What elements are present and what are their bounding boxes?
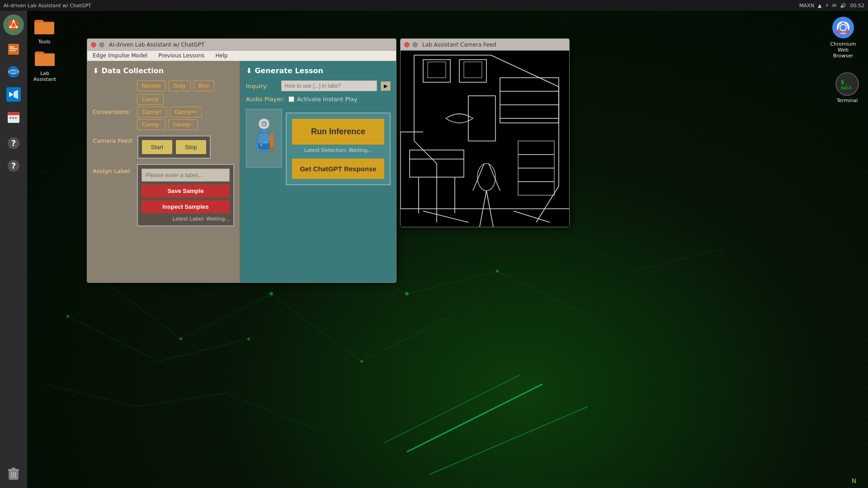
label-input-field[interactable] [142, 169, 230, 182]
camera-feed-svg [401, 51, 569, 227]
menu-help[interactable]: Help [213, 52, 229, 60]
terminal-label: Terminal [837, 98, 858, 103]
label-section-box: Save Sample Inspect Samples Latest Label… [137, 164, 234, 226]
svg-text:bash: bash [841, 85, 852, 90]
taskbar-right-icons: MAXN ▲ ⚡ ✉ 🔊 00:52 [799, 3, 864, 9]
svg-rect-50 [12, 117, 14, 119]
btn-canny[interactable]: Canny [137, 94, 164, 105]
svg-text:_: _ [845, 79, 849, 85]
camera-feed-display [401, 51, 569, 227]
wifi-icon: ▲ [818, 3, 821, 9]
svg-line-7 [407, 271, 497, 294]
sidebar-item-files[interactable] [3, 39, 24, 60]
svg-text:⚙: ⚙ [262, 122, 266, 127]
btn-canny-minus[interactable]: Canny- [137, 119, 165, 130]
camera-minimize-btn[interactable] [412, 42, 418, 47]
btn-normal[interactable]: Normal [137, 80, 165, 91]
btn-run-inference[interactable]: Run Inference [292, 119, 384, 145]
nvidia-corner-icon: N [852, 476, 866, 486]
audio-check-row: Activate Instant Play [288, 96, 358, 103]
info-icon: ? [6, 159, 21, 173]
svg-line-2 [271, 294, 362, 361]
trash-icon [7, 467, 20, 481]
instant-play-label: Activate Instant Play [297, 96, 358, 103]
svg-point-17 [360, 360, 363, 363]
menu-previous-lessons[interactable]: Previous Lessons [156, 52, 206, 60]
generate-lesson-panel: ⬇ Generate Lesson Inquiry: ▶ Audio Playe… [241, 61, 396, 282]
btn-gray[interactable]: Gray [168, 80, 190, 91]
btn-start-feed[interactable]: Start [142, 140, 172, 154]
svg-line-9 [68, 316, 158, 361]
menu-edge-impulse[interactable]: Edge Impulse Model [91, 52, 149, 60]
svg-point-66 [260, 144, 262, 146]
svg-text:?: ? [11, 161, 16, 170]
chromium-label: Chromium Web Browser [827, 41, 859, 59]
lab-beaker-icon: ⚙ [250, 116, 278, 161]
audio-player-row: Audio Player: Activate Instant Play [246, 96, 391, 103]
window-close-btn[interactable] [91, 42, 96, 47]
btn-save-sample[interactable]: Save Sample [142, 184, 230, 197]
svg-line-24 [407, 384, 542, 452]
svg-line-3 [362, 316, 452, 361]
desktop-icon-lab[interactable]: Lab Assistant [32, 45, 58, 84]
camera-feed-box: Start Stop [137, 136, 211, 159]
data-collection-arrow: ⬇ [93, 66, 99, 75]
sidebar-item-info[interactable]: ? [3, 155, 24, 176]
inquiry-input[interactable] [281, 80, 377, 91]
svg-text:N: N [852, 477, 856, 484]
svg-rect-40 [9, 47, 14, 47]
bt-icon: ⚡ [825, 3, 829, 9]
svg-rect-69 [270, 147, 274, 151]
chromium-icon [831, 16, 855, 39]
sidebar-item-help[interactable]: ? [3, 133, 24, 154]
ubuntu-logo-icon [7, 19, 20, 31]
svg-rect-51 [15, 117, 17, 119]
svg-line-1 [181, 294, 271, 339]
instant-play-checkbox[interactable] [288, 96, 294, 102]
svg-point-20 [405, 292, 409, 296]
btn-canny-plusplus[interactable]: Canny++ [170, 107, 203, 117]
desktop-icon-tools[interactable]: Tools [32, 14, 57, 47]
lab-label: Lab Assistant [33, 70, 56, 82]
conversion-row-1: Normal Gray Blur Canny [93, 80, 234, 105]
inquiry-row: Inquiry: ▶ [246, 80, 391, 91]
sidebar-item-vscode[interactable] [3, 84, 24, 105]
btn-stop-feed[interactable]: Stop [176, 140, 206, 154]
browser-icon [6, 65, 21, 79]
btn-get-chatgpt[interactable]: Get ChatGPT Response [292, 159, 384, 179]
btn-blur[interactable]: Blur [193, 80, 214, 91]
window-minimize-btn[interactable] [99, 42, 104, 47]
svg-line-25 [429, 407, 588, 474]
generate-lesson-title: ⬇ Generate Lesson [246, 66, 391, 75]
desktop-icon-terminal[interactable]: $ _ bash Terminal [835, 72, 859, 103]
vscode-icon [6, 87, 21, 102]
sidebar-item-trash[interactable] [3, 464, 24, 484]
menubar: Edge Impulse Model Previous Lessons Help [87, 51, 396, 61]
conversion-buttons-bot: Canny- Canny-- [137, 119, 198, 130]
camera-close-btn[interactable] [404, 42, 410, 47]
files-icon [6, 42, 21, 56]
taskbar-title: AI-driven Lab Assistant w/ ChatGPT [4, 3, 91, 9]
main-app-window: AI-driven Lab Assistant w/ ChatGPT Edge … [87, 38, 396, 283]
msg-icon: ✉ [832, 3, 836, 9]
calendar-icon [6, 110, 21, 124]
camera-window-title: Lab Assistant Camera Feed [422, 42, 496, 48]
btn-canny-minusminus[interactable]: Canny-- [168, 119, 198, 130]
btn-inspect-samples[interactable]: Inspect Samples [142, 200, 230, 213]
clock: 00:52 [850, 3, 864, 9]
btn-canny-plus[interactable]: Canny+ [137, 107, 167, 117]
inquiry-submit-btn[interactable]: ▶ [381, 81, 391, 91]
desktop-icon-chromium[interactable]: Chromium Web Browser [827, 16, 859, 59]
svg-point-67 [265, 141, 267, 143]
main-window-title: AI-driven Lab Assistant w/ ChatGPT [109, 42, 204, 48]
sidebar-item-browser[interactable] [3, 61, 24, 82]
conversions-label-2: Conversions: [93, 107, 133, 115]
tools-label: Tools [38, 39, 50, 45]
svg-rect-41 [9, 48, 18, 49]
audio-player-label: Audio Player: [246, 96, 285, 103]
sidebar-item-calendar[interactable] [3, 107, 24, 127]
sidebar-item-home[interactable] [3, 14, 24, 35]
svg-text:$: $ [841, 79, 844, 85]
inquiry-label: Inquiry: [246, 83, 278, 89]
data-collection-panel: ⬇ Data Collection Normal Gray Blur Canny… [87, 61, 241, 282]
